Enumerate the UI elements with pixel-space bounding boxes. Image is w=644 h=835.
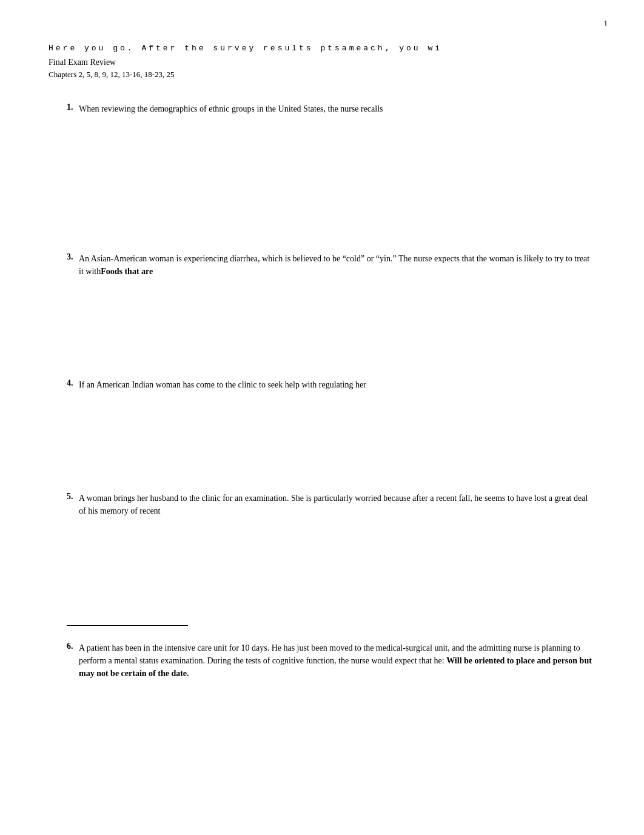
question-4-spacing (49, 402, 595, 475)
question-item-5: 5. A woman brings her husband to the cli… (49, 481, 595, 528)
question-item-1: 1. When reviewing the demographics of et… (49, 92, 595, 126)
doc-title: Final Exam Review (49, 58, 595, 67)
page-number: 1 (604, 18, 608, 28)
question-number-3: 3. (49, 252, 79, 262)
chapters-line: Chapters 2, 5, 8, 9, 12, 13-16, 18-23, 2… (49, 70, 595, 79)
question-text-3: An Asian-American woman is experiencing … (79, 252, 595, 278)
question-block-1: 1. When reviewing the demographics of et… (49, 92, 595, 235)
question-text-6: A patient has been in the intensive care… (79, 642, 595, 680)
question-3-spacing (49, 289, 595, 361)
question-item-4: 4. If an American Indian woman has come … (49, 367, 595, 402)
question-1-spacing (49, 126, 595, 235)
question-text-4: If an American Indian woman has come to … (79, 378, 595, 391)
question-block-3: 3. An Asian-American woman is experienci… (49, 241, 595, 361)
question-5-spacing (49, 528, 595, 619)
question-number-1: 1. (49, 102, 79, 112)
question-text-5: A woman brings her husband to the clinic… (79, 492, 595, 517)
question-number-4: 4. (49, 378, 79, 388)
question-number-6: 6. (49, 642, 79, 651)
question-number-5: 5. (49, 492, 79, 501)
question-item-3: 3. An Asian-American woman is experienci… (49, 241, 595, 289)
question-block-5: 5. A woman brings her husband to the cli… (49, 481, 595, 619)
separator-line (67, 625, 188, 626)
question-text-1: When reviewing the demographics of ethni… (79, 102, 595, 115)
header-text: Here you go. After the survey results pt… (49, 42, 595, 55)
question-block-4: 4. If an American Indian woman has come … (49, 367, 595, 475)
question-item-6: 6. A patient has been in the intensive c… (49, 631, 595, 691)
page-container: 1 Here you go. After the survey results … (0, 0, 644, 835)
question-block-6: 6. A patient has been in the intensive c… (49, 631, 595, 691)
